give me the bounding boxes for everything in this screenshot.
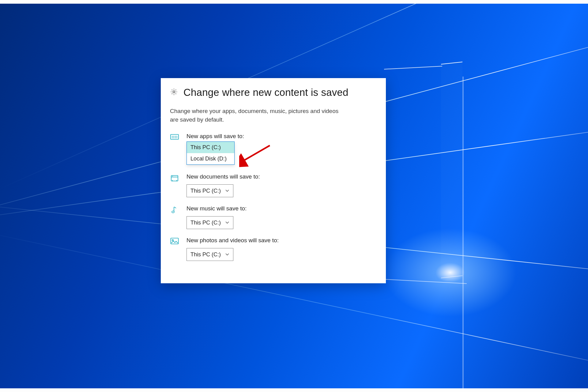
letterbox-bottom <box>0 388 588 392</box>
desktop-background: Change where new content is saved Change… <box>0 0 588 392</box>
svg-point-12 <box>172 211 174 213</box>
photos-icon <box>170 237 179 244</box>
apps-label: New apps will save to: <box>187 133 377 140</box>
music-label: New music will save to: <box>187 205 377 212</box>
apps-option-this-pc[interactable]: This PC (C:) <box>187 142 234 153</box>
setting-apps: New apps will save to: This PC (C:) Loca… <box>170 133 377 144</box>
svg-rect-9 <box>176 136 177 137</box>
svg-rect-6 <box>172 136 173 137</box>
photos-combo[interactable]: This PC (C:) <box>187 248 233 261</box>
svg-rect-8 <box>175 136 176 137</box>
chevron-down-icon <box>225 251 229 258</box>
letterbox-top <box>0 0 588 4</box>
svg-point-11 <box>172 176 173 177</box>
page-subtitle: Change where your apps, documents, music… <box>170 107 348 124</box>
music-selected: This PC (C:) <box>190 220 221 226</box>
title-row: Change where new content is saved <box>170 87 377 98</box>
music-combo[interactable]: This PC (C:) <box>187 216 233 229</box>
svg-rect-4 <box>175 138 176 138</box>
apps-dropdown[interactable]: This PC (C:) Local Disk (D:) <box>187 141 235 165</box>
svg-point-0 <box>173 91 175 93</box>
svg-rect-7 <box>173 136 174 137</box>
svg-rect-3 <box>173 138 174 138</box>
documents-icon <box>170 173 179 182</box>
photos-selected: This PC (C:) <box>190 251 221 258</box>
documents-label: New documents will save to: <box>187 173 377 180</box>
page-title: Change where new content is saved <box>183 87 349 98</box>
photos-label: New photos and videos will save to: <box>187 237 377 244</box>
chevron-down-icon <box>225 188 229 194</box>
gear-icon <box>170 88 178 97</box>
setting-music: New music will save to: This PC (C:) <box>170 205 377 229</box>
documents-combo[interactable]: This PC (C:) <box>187 184 233 197</box>
documents-selected: This PC (C:) <box>190 188 221 194</box>
settings-window: Change where new content is saved Change… <box>161 78 386 283</box>
apps-option-local-disk[interactable]: Local Disk (D:) <box>187 153 234 164</box>
svg-rect-13 <box>171 238 179 244</box>
svg-rect-5 <box>176 138 177 138</box>
svg-point-14 <box>172 239 173 241</box>
svg-rect-1 <box>171 134 179 139</box>
chevron-down-icon <box>225 220 229 226</box>
svg-rect-2 <box>172 138 173 138</box>
setting-photos: New photos and videos will save to: This… <box>170 237 377 261</box>
setting-documents: New documents will save to: This PC (C:) <box>170 173 377 197</box>
apps-icon <box>170 133 179 140</box>
music-icon <box>170 205 179 214</box>
